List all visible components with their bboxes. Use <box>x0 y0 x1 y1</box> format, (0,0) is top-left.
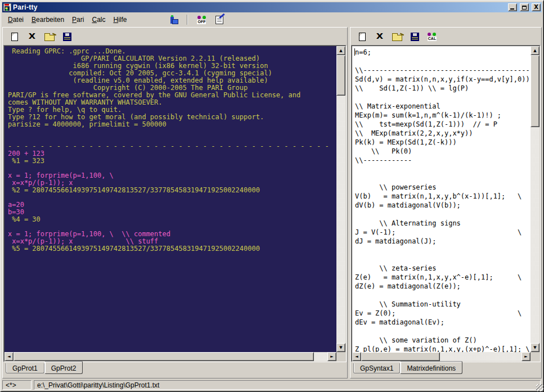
delete-button[interactable]: X <box>373 30 386 43</box>
editor-line: \\------------ <box>355 156 530 165</box>
editor-area[interactable]: n=6; \\---------------------------------… <box>352 46 530 352</box>
scrollbar-track[interactable] <box>440 352 521 361</box>
close-button[interactable]: X <box>532 3 541 11</box>
editor-vertical-scrollbar[interactable]: ▲ ▼ <box>530 46 539 352</box>
status-bar: <*> e:\_Privat\Gotti\paritty\Listing\GpP… <box>2 379 542 390</box>
maximize-button[interactable] <box>520 3 529 11</box>
close-icon: X <box>534 4 538 10</box>
scroll-right-icon: ► <box>330 354 333 359</box>
console-line: b=30 <box>8 209 336 216</box>
window-title: Pari-tty <box>13 3 505 11</box>
scrollbar-track[interactable] <box>314 352 327 361</box>
scrollbar-thumb[interactable] <box>361 352 440 361</box>
console-output[interactable]: Reading GPRC: .gprc ...Done. GP/PARI CAL… <box>5 46 336 352</box>
scrollbar-track[interactable] <box>530 127 539 343</box>
console-pane-toolbar: X <box>3 28 347 45</box>
console-window-icon <box>169 15 178 24</box>
console-vertical-scrollbar[interactable]: ▲ ▼ <box>336 46 345 352</box>
console-pane: X Reading GPRC: .gprc ...Done. GP/PARI C… <box>2 27 348 379</box>
editor-horizontal-scrollbar[interactable]: ◄ ► <box>352 352 530 361</box>
editor-pane: XCAL n=6; \\----------------------------… <box>350 27 542 379</box>
app-window: Pari-tty X DateiBearbeitenPariCalcHilfe … <box>0 0 544 392</box>
scroll-down-icon: ▼ <box>533 345 536 350</box>
scroll-up-icon: ▲ <box>533 48 536 53</box>
editor-line <box>355 246 530 255</box>
console-horizontal-scrollbar[interactable]: ◄ ► <box>5 352 336 361</box>
editor-line: \\ Alternating signs <box>355 219 530 228</box>
tab-gpprot1[interactable]: GpProt1 <box>6 363 44 373</box>
console-window-button[interactable] <box>167 13 180 26</box>
console-line <box>8 194 336 201</box>
title-bar: Pari-tty X <box>2 2 542 12</box>
delete-button[interactable]: X <box>25 30 39 43</box>
delete-x-icon: X <box>29 33 35 40</box>
menu-datei[interactable]: Datei <box>4 14 28 25</box>
console-line: %1 = 323 <box>8 157 336 165</box>
open-file-button[interactable] <box>390 30 404 43</box>
open-folder-icon <box>44 35 55 41</box>
console-line: %4 = 30 <box>8 216 336 223</box>
scrollbar-thumb[interactable] <box>530 55 539 127</box>
resize-grip[interactable] <box>536 384 543 391</box>
minimize-button[interactable] <box>508 3 517 11</box>
editor-line: dJ = matdiagonal(J); <box>355 237 530 246</box>
console-line: a=20 <box>8 201 336 209</box>
cal-dots-icon: CAL <box>428 33 437 41</box>
editor-button[interactable] <box>213 13 226 26</box>
scroll-right-button[interactable]: ► <box>327 352 336 361</box>
scroll-left-icon: ◄ <box>7 354 10 359</box>
scroll-up-icon: ▲ <box>339 48 342 53</box>
console-line <box>8 128 336 136</box>
editor-line: \\ MExp(matrix(2,2,x,y,x*y)) <box>355 129 530 138</box>
scroll-down-button[interactable]: ▼ <box>530 343 539 352</box>
save-button[interactable] <box>60 30 74 43</box>
editor-page-icon <box>215 16 223 24</box>
scroll-left-button[interactable]: ◄ <box>352 352 361 361</box>
menu-bearbeiten[interactable]: Bearbeiten <box>28 14 68 25</box>
editor-line: n=6; <box>355 48 530 57</box>
menu-bar: DateiBearbeitenPariCalcHilfe OFF <box>2 13 542 26</box>
editor-line <box>355 291 530 300</box>
menu-hilfe[interactable]: Hilfe <box>109 14 131 25</box>
editor-line: MExp(m)= sum(k=1,n,m^(k-1)/(k-1)!) ; <box>355 111 530 120</box>
editor-line: Z_pl(p,e) = matrix(n,1,x,y,(x+p)^-e)[,1]… <box>355 345 530 352</box>
editor-line: Ev = Z(0); \ <box>355 309 530 318</box>
console-line: 200 + 123 <box>8 150 336 157</box>
app-icon <box>3 3 11 11</box>
editor-line: V(b) = matrix(n,1,x,y,b^(x-1))[,1]; \ <box>355 192 530 201</box>
editor-line: \\--------------------------------------… <box>355 66 530 75</box>
editor-line: Sd(d,v) = matrix(n,n,x,y,if(x-y==d,v[y],… <box>355 75 530 84</box>
text-caret <box>354 48 355 56</box>
calc-toggle-button[interactable]: OFF <box>195 13 208 26</box>
scroll-up-button[interactable]: ▲ <box>336 46 345 55</box>
editor-line: Z(e) = matrix(n,1,x,y,x^-e)[,1]; \ <box>355 273 530 282</box>
save-floppy-icon <box>411 33 419 41</box>
menu-pari[interactable]: Pari <box>68 14 88 25</box>
main-toolbar: OFF <box>167 13 226 26</box>
scroll-down-icon: ▼ <box>339 345 342 350</box>
calc-off-icon: OFF <box>197 16 206 24</box>
save-button[interactable] <box>408 30 421 43</box>
tab-gpprot2[interactable]: GpProt2 <box>44 361 83 374</box>
editor-line: \\ some variation of Z() <box>355 336 530 345</box>
menu-items: DateiBearbeitenPariCalcHilfe <box>4 14 131 25</box>
tab-matrixdefinitions[interactable]: Matrixdefinitions <box>400 361 462 374</box>
cal-toggle-button[interactable]: CAL <box>425 30 439 43</box>
scroll-right-button[interactable]: ► <box>521 352 530 361</box>
scroll-up-button[interactable]: ▲ <box>530 46 539 55</box>
editor-line: \\ Matrix-exponential <box>355 102 530 111</box>
scroll-left-button[interactable]: ◄ <box>5 352 14 361</box>
scrollbar-thumb[interactable] <box>14 352 314 361</box>
scrollbar-thumb[interactable] <box>336 55 345 96</box>
tab-gpsyntax1[interactable]: GpSyntax1 <box>353 363 400 373</box>
console-line: - - - - - - - - - - - - - - - - - - - - … <box>8 143 336 150</box>
open-file-button[interactable] <box>43 30 56 43</box>
scrollbar-track[interactable] <box>336 96 345 343</box>
new-file-button[interactable] <box>8 30 21 43</box>
editor-line: \\ powerseries <box>355 183 530 192</box>
new-file-button[interactable] <box>356 30 369 43</box>
editor-line <box>355 174 530 183</box>
editor-line: \\ Pk(0) <box>355 147 530 156</box>
scroll-down-button[interactable]: ▼ <box>336 343 345 352</box>
menu-calc[interactable]: Calc <box>88 14 109 25</box>
